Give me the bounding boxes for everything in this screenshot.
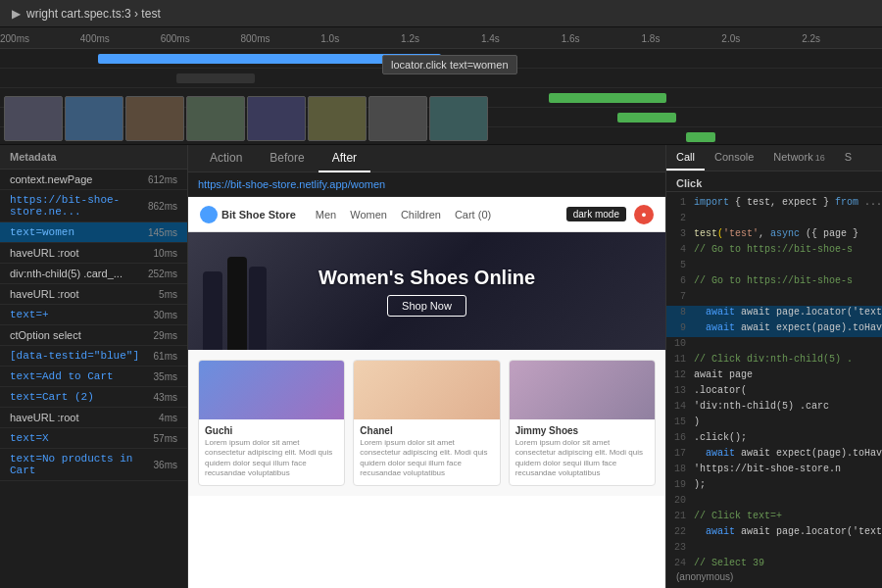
step-item[interactable]: haveURL :root5ms	[0, 284, 187, 305]
right-tab-s[interactable]: S	[835, 145, 861, 171]
line-number: 22	[666, 526, 694, 537]
anonymous-label: (anonymous)	[666, 565, 882, 588]
line-number: 16	[666, 432, 694, 443]
code-line: 6 // Go to https://bit-shoe-s	[666, 274, 882, 290]
step-item[interactable]: text=Add to Cart35ms	[0, 367, 187, 387]
step-time: 5ms	[159, 289, 177, 300]
line-number: 24	[666, 558, 694, 565]
ruler-tick: 1.4s	[481, 27, 500, 49]
step-item[interactable]: haveURL :root10ms	[0, 243, 187, 264]
title-text: wright cart.spec.ts:3 › test	[26, 7, 161, 21]
step-item[interactable]: text=women145ms	[0, 222, 187, 243]
line-content: import { test, expect } from ...	[694, 197, 882, 208]
line-content: await await expect(page).toHaveUR	[694, 322, 882, 333]
nav-link[interactable]: Women	[350, 209, 387, 220]
line-number: 6	[666, 275, 694, 286]
step-label: haveURL :root	[10, 247, 79, 259]
step-time: 43ms	[154, 392, 177, 403]
title-icon: ▶	[12, 7, 21, 21]
step-label: text=X	[10, 432, 49, 444]
shop-now-button[interactable]: Shop Now	[387, 295, 466, 317]
main-content: Metadata context.newPage612mshttps://bit…	[0, 145, 882, 588]
timeline-thumbnail	[247, 96, 306, 141]
center-tab-after[interactable]: After	[318, 145, 370, 172]
step-item[interactable]: text=Cart (2)43ms	[0, 387, 187, 408]
line-content: // Click div:nth-child(5) .	[694, 354, 857, 365]
step-item[interactable]: context.newPage612ms	[0, 170, 187, 190]
product-desc: Lorem ipsum dolor sit amet consectetur a…	[205, 438, 338, 479]
step-label: text=+	[10, 309, 49, 320]
step-item[interactable]: text=X57ms	[0, 428, 187, 449]
step-time: 252ms	[148, 269, 177, 279]
code-line: 20	[666, 494, 882, 510]
ruler-tick: 200ms	[0, 27, 29, 49]
products-section: GuchiLorem ipsum dolor sit amet consecte…	[188, 350, 665, 496]
code-line: 11 // Click div:nth-child(5) .	[666, 353, 882, 368]
product-name: Guchi	[205, 425, 338, 436]
step-time: 10ms	[154, 248, 177, 259]
right-tab-console[interactable]: Console	[705, 145, 763, 171]
line-content: await page	[694, 369, 757, 380]
line-number: 7	[666, 291, 694, 302]
line-number: 8	[666, 307, 694, 318]
step-label: text=No products in Cart	[10, 453, 154, 476]
code-line: 2	[666, 212, 882, 227]
step-item[interactable]: div:nth-child(5) .card_...252ms	[0, 264, 187, 284]
right-tab-network[interactable]: Network16	[763, 145, 834, 171]
product-card: GuchiLorem ipsum dolor sit amet consecte…	[198, 360, 345, 486]
right-tabs: CallConsoleNetwork16S	[666, 145, 882, 172]
step-label: context.newPage	[10, 173, 92, 185]
step-time: 862ms	[148, 201, 177, 212]
timeline-thumbnail	[429, 96, 488, 141]
ruler-tick: 2.2s	[802, 27, 820, 49]
code-line: 3test('test', async ({ page }	[666, 227, 882, 243]
code-line: 17 await await expect(page).toHaveUR	[666, 447, 882, 463]
line-content: await await page.locator('text=wo	[694, 307, 882, 318]
step-label: [data-testid="blue"]	[10, 350, 139, 362]
hero-text: Women's Shoes Online Shop Now	[318, 267, 535, 317]
timeline-area: 200ms400ms600ms800ms1.0s1.2s1.4s1.6s1.8s…	[0, 27, 882, 145]
tab-badge: 16	[815, 153, 825, 163]
step-time: 145ms	[148, 227, 177, 238]
dark-mode-button[interactable]: dark mode	[566, 207, 626, 221]
track-bar	[176, 74, 255, 83]
step-label: text=Cart (2)	[10, 391, 94, 403]
code-line: 13 .locator(	[666, 384, 882, 400]
timeline-tooltip: locator.click text=women	[382, 55, 517, 74]
line-content: .locator(	[694, 385, 751, 396]
step-item[interactable]: [data-testid="blue"]61ms	[0, 346, 187, 367]
step-item[interactable]: text=No products in Cart36ms	[0, 449, 187, 481]
right-tab-call[interactable]: Call	[666, 145, 705, 171]
step-item[interactable]: haveURL :root4ms	[0, 408, 187, 428]
step-time: 4ms	[159, 413, 177, 423]
center-tab-action[interactable]: Action	[196, 145, 256, 172]
code-line: 24 // Select 39	[666, 557, 882, 565]
nav-link[interactable]: Children	[401, 209, 441, 220]
timeline-thumbnail	[65, 96, 123, 141]
step-item[interactable]: https://bit-shoe-store.ne...862ms	[0, 190, 187, 222]
code-line: 19 );	[666, 478, 882, 494]
step-label: text=Add to Cart	[10, 370, 114, 382]
line-number: 11	[666, 354, 694, 365]
line-number: 1	[666, 197, 694, 208]
hero-title: Women's Shoes Online	[318, 267, 535, 289]
product-card: ChanelLorem ipsum dolor sit amet consect…	[353, 360, 500, 486]
ruler-tick: 400ms	[80, 27, 110, 49]
step-item[interactable]: text=+30ms	[0, 305, 187, 325]
product-info: Jimmy ShoesLorem ipsum dolor sit amet co…	[510, 419, 655, 485]
timeline-ruler: 200ms400ms600ms800ms1.0s1.2s1.4s1.6s1.8s…	[0, 27, 882, 49]
step-time: 57ms	[154, 433, 177, 444]
code-line: 23	[666, 541, 882, 557]
nav-link[interactable]: Men	[316, 209, 336, 220]
product-image	[199, 361, 344, 419]
ruler-tick: 800ms	[240, 27, 270, 49]
line-number: 5	[666, 260, 694, 270]
product-name: Chanel	[360, 425, 493, 436]
logo-text: Bit Shoe Store	[221, 209, 296, 220]
line-number: 19	[666, 479, 694, 490]
step-time: 35ms	[154, 371, 177, 382]
nav-link[interactable]: Cart (0)	[455, 209, 491, 220]
step-item[interactable]: ctOption select29ms	[0, 325, 187, 346]
ruler-tick: 1.0s	[320, 27, 339, 49]
center-tab-before[interactable]: Before	[256, 145, 318, 172]
